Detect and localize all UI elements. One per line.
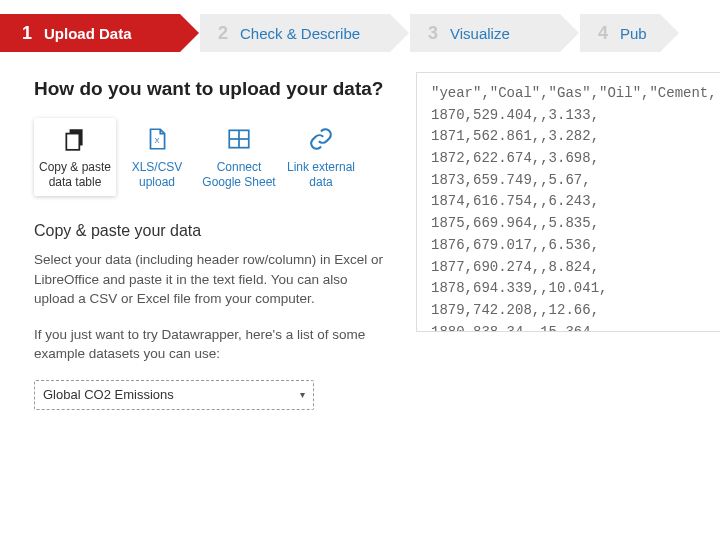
step-number: 2	[218, 23, 228, 44]
option-label: Copy & paste data table	[38, 160, 112, 190]
step-publish[interactable]: 4 Pub	[580, 14, 660, 52]
step-visualize[interactable]: 3 Visualize	[410, 14, 560, 52]
svg-rect-1	[66, 134, 79, 150]
data-textarea[interactable]: "year","Coal","Gas","Oil","Cement, Flari…	[416, 72, 720, 332]
step-number: 4	[598, 23, 608, 44]
step-number: 1	[22, 23, 32, 44]
example-dataset-select[interactable]: Global CO2 Emissions ▾	[34, 380, 314, 410]
chevron-down-icon: ▾	[300, 389, 305, 400]
link-icon	[284, 124, 358, 154]
copy-paste-icon	[38, 124, 112, 154]
option-label: Link external data	[284, 160, 358, 190]
option-xls-csv[interactable]: X XLS/CSV upload	[116, 118, 198, 196]
help-text-1: Select your data (including header row/c…	[34, 250, 384, 309]
step-label: Pub	[620, 25, 647, 42]
step-label: Visualize	[450, 25, 510, 42]
option-label: Connect Google Sheet	[202, 160, 276, 190]
option-copy-paste[interactable]: Copy & paste data table	[34, 118, 116, 196]
upload-options: Copy & paste data table X XLS/CSV upload	[34, 118, 386, 196]
select-value: Global CO2 Emissions	[43, 387, 174, 402]
step-label: Upload Data	[44, 25, 132, 42]
option-link-external[interactable]: Link external data	[280, 118, 362, 196]
step-number: 3	[428, 23, 438, 44]
file-upload-icon: X	[120, 124, 194, 154]
spreadsheet-icon	[202, 124, 276, 154]
step-upload-data[interactable]: 1 Upload Data	[0, 14, 180, 52]
help-text-2: If you just want to try Datawrapper, her…	[34, 325, 384, 364]
step-bar: 1 Upload Data 2 Check & Describe 3 Visua…	[0, 0, 720, 72]
option-google-sheet[interactable]: Connect Google Sheet	[198, 118, 280, 196]
section-title: Copy & paste your data	[34, 222, 386, 240]
svg-text:X: X	[154, 136, 159, 145]
option-label: XLS/CSV upload	[120, 160, 194, 190]
step-check-describe[interactable]: 2 Check & Describe	[200, 14, 390, 52]
upload-heading: How do you want to upload your data?	[34, 78, 386, 100]
step-label: Check & Describe	[240, 25, 360, 42]
